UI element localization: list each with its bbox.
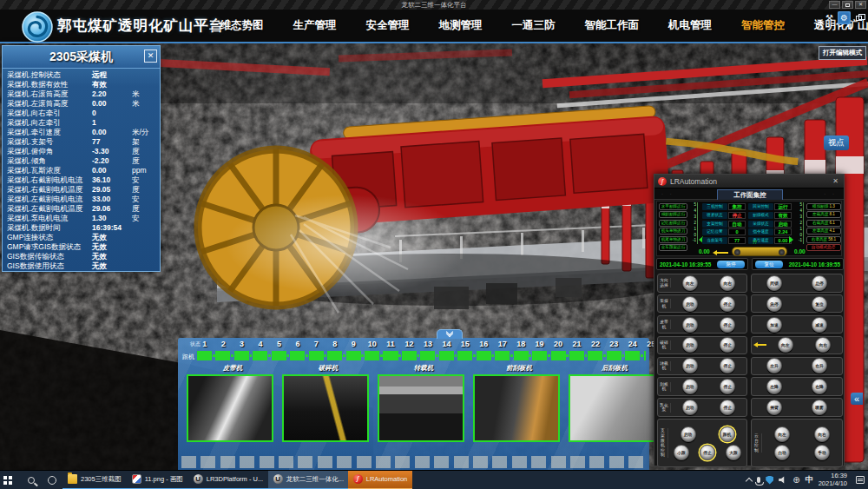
viewpoint-tab[interactable]: 视点 (824, 135, 849, 150)
reset-pill-button[interactable]: 复位 (755, 261, 783, 268)
control-button[interactable]: 向左 (682, 275, 698, 291)
control-button[interactable]: 大跟 (726, 445, 741, 460)
control-button[interactable]: 总停 (812, 275, 827, 291)
control-button[interactable]: 减速 (812, 317, 827, 333)
action-center-icon[interactable] (856, 476, 865, 484)
taskbar-task[interactable]: U LR3DPlatform - U... (188, 471, 268, 489)
control-button[interactable]: 停止 (720, 337, 735, 353)
control-button[interactable]: 启动 (682, 296, 698, 312)
control-button[interactable]: 右升 (812, 358, 827, 373)
thumbnail-filmstrip[interactable] (181, 456, 648, 468)
control-button[interactable]: 向右 (814, 426, 830, 442)
control-button[interactable]: 启动 (681, 426, 696, 442)
mode-button[interactable]: 机尾单独进刀 (659, 236, 687, 243)
control-button[interactable]: 停止 (700, 445, 715, 460)
nav-item[interactable]: 一通三防 (497, 10, 570, 42)
mode-button[interactable]: 机头单独进刀 (659, 228, 687, 235)
close-button[interactable]: ✕ (855, 1, 866, 9)
tools-wrench-icon[interactable]: ⚒ (823, 11, 836, 24)
mode-button[interactable]: 全车跟架运行 (659, 244, 687, 251)
maximize-button[interactable] (842, 1, 853, 9)
start-button[interactable] (0, 471, 21, 489)
control-button[interactable]: 喷雾 (812, 400, 827, 415)
mode-button[interactable]: 倾斜割煤运行 (659, 211, 687, 218)
action-button[interactable]: 左牵高度4.1 (806, 228, 841, 235)
control-button[interactable]: 向左 (778, 337, 793, 353)
action-button[interactable]: 左截高度8.1 (806, 211, 841, 218)
control-button[interactable]: 启动 (682, 337, 698, 353)
support-status-bar[interactable] (197, 351, 646, 360)
camera-thumbnail[interactable] (378, 374, 464, 442)
control-button[interactable]: 向右 (720, 275, 735, 291)
collapse-panel-chevron[interactable]: « (851, 393, 863, 405)
data-row-label: 采煤机.瓦斯浓度 (7, 166, 92, 175)
estop-pill-button[interactable]: 急停 (717, 261, 745, 268)
control-button[interactable]: 左降 (766, 379, 782, 394)
control-button[interactable]: 停止 (720, 400, 735, 415)
nav-item[interactable]: 智能工作面 (570, 10, 654, 42)
camera-thumbnail[interactable] (569, 374, 655, 442)
control-button[interactable]: 向右 (815, 337, 831, 353)
control-button[interactable]: 停止 (720, 296, 735, 312)
control-button[interactable]: 停止 (720, 379, 735, 394)
ime-indicator[interactable]: 中 (806, 474, 813, 486)
nav-item[interactable]: 安全管理 (352, 10, 424, 42)
action-button[interactable]: 右牵高度58.1 (806, 236, 841, 243)
control-button[interactable]: 手动 (814, 445, 830, 460)
clock[interactable]: 16:39 2021/4/10 (819, 472, 847, 487)
control-button[interactable]: 左升 (766, 358, 782, 373)
nav-item[interactable]: 三维态势图 (194, 10, 279, 42)
nav-item[interactable]: 地测管理 (424, 10, 497, 42)
control-button[interactable]: 向左 (774, 426, 790, 442)
volume-icon[interactable] (779, 476, 787, 484)
control-button[interactable]: 加速 (766, 317, 782, 333)
control-button[interactable]: 自动 (774, 445, 790, 460)
mode-button[interactable]: 水平割煤运行 (659, 203, 687, 210)
taskbar-task[interactable]: 11.png - 画图 (127, 471, 188, 489)
data-row-value: 1.30 (92, 214, 132, 223)
control-button[interactable]: 启动 (682, 358, 698, 373)
camera-thumbnail[interactable] (282, 374, 369, 442)
search-button[interactable] (21, 471, 42, 489)
camera-thumbnail[interactable] (187, 374, 273, 442)
tray-expand-chevron-icon[interactable] (746, 476, 752, 484)
control-button[interactable]: 启动 (682, 317, 698, 333)
status-row: 支架控制 自动 (702, 221, 746, 228)
workface-control-tab[interactable]: 工作面集控 (717, 189, 783, 200)
control-button[interactable]: 摇臂 (766, 400, 782, 415)
action-button[interactable]: 右截高度6.1 (806, 220, 841, 227)
network-globe-icon[interactable]: ⊕ (792, 476, 799, 485)
settings-gear-icon[interactable]: ⚙ (838, 11, 851, 24)
support-number: 4 (251, 340, 269, 348)
action-button[interactable]: 模拟割煤1.3 (806, 203, 841, 210)
action-button[interactable]: 自动模式急停 (806, 244, 841, 251)
taskbar-task[interactable]: 2305三维截图 (62, 471, 127, 489)
control-button[interactable]: 停止 (720, 317, 735, 333)
taskbar-task[interactable]: U 龙软二三维一体化... (268, 471, 348, 489)
close-icon[interactable]: ✕ (144, 50, 157, 63)
nav-item[interactable]: 智能管控 (727, 10, 799, 42)
control-button[interactable]: 右降 (812, 379, 827, 394)
open-edit-mode-button[interactable]: 打开编辑模式 (819, 46, 866, 60)
control-button[interactable]: 停止 (720, 358, 735, 373)
control-button[interactable]: 启动 (682, 400, 698, 415)
control-button[interactable]: 急停 (766, 296, 782, 312)
close-icon[interactable]: ✕ (831, 177, 840, 185)
taskbar-task[interactable]: ʃ LRAutomation (348, 471, 413, 489)
control-button[interactable]: 小跟 (674, 445, 689, 460)
cortana-button[interactable] (42, 471, 62, 489)
nav-item[interactable]: 机电管理 (654, 10, 727, 42)
mode-button[interactable]: 记忆割煤运行 (659, 220, 687, 227)
control-button[interactable]: 启动 (682, 379, 698, 394)
control-button[interactable]: 跟机 (720, 426, 735, 442)
camera-thumbnail[interactable] (473, 374, 560, 442)
control-button[interactable]: 复位 (812, 296, 827, 312)
minimize-button[interactable]: — (829, 1, 840, 9)
nav-item[interactable]: 生产管理 (279, 10, 352, 42)
right-gauge-value: 0.00 (794, 248, 806, 254)
collapse-strip-chevron-icon[interactable] (437, 329, 463, 339)
restore-window-icon[interactable] (852, 11, 865, 24)
security-shield-icon[interactable] (766, 476, 773, 485)
microphone-icon[interactable] (757, 477, 760, 483)
control-button[interactable]: 闭锁 (766, 275, 782, 291)
